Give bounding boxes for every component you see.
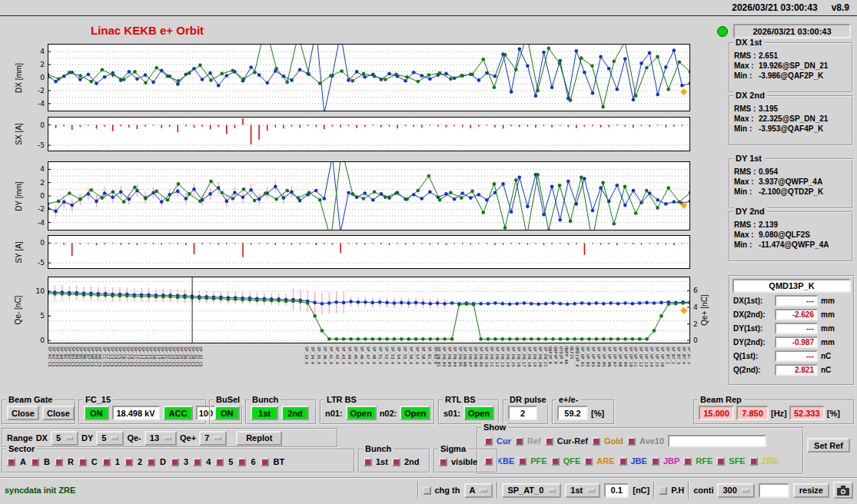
busel-on-button[interactable]: ON <box>214 406 240 420</box>
bunch-2nd-button[interactable]: 2nd <box>281 406 309 420</box>
option-menu-indicator <box>480 489 487 492</box>
chg-th-checkbox[interactable] <box>423 486 431 495</box>
sector-checkbox-1[interactable] <box>102 458 111 466</box>
bpm-label: SP_47_4 <box>366 346 370 364</box>
beam-gate-close-button-2[interactable]: Close <box>42 406 75 420</box>
sector-checkbox-a[interactable] <box>7 458 15 466</box>
sector-checkbox-bt[interactable] <box>261 458 269 466</box>
show-panel: Show Cur Ref Cur-Ref Gold Ave10 KBE PFE … <box>477 427 804 475</box>
bpm-label: SP_56_4 <box>409 346 414 364</box>
show-cur-ref-checkbox[interactable] <box>545 437 553 446</box>
option-menu-indicator <box>65 436 73 440</box>
svg-text:6: 6 <box>693 287 698 294</box>
show-qfe-checkbox[interactable] <box>551 457 560 466</box>
show-sfe-checkbox[interactable] <box>716 457 725 466</box>
bpm-label: SP_DN_10 <box>484 346 489 367</box>
bpm-label: SP_DN_07 <box>468 346 473 367</box>
range-qe-plus-select[interactable]: 7 <box>199 431 227 446</box>
sector-checkbox-d[interactable] <box>147 458 155 466</box>
threshold-field[interactable]: 0.1 <box>604 483 629 498</box>
separator <box>417 482 419 499</box>
bpm-label: SP_DN_20 <box>538 346 543 367</box>
stat-max: Max :3.937@QWFP_4A <box>734 177 852 186</box>
range-qe-minus-label: Qe- <box>127 433 141 443</box>
eplus-ratio-field[interactable]: 59.2 <box>557 406 588 420</box>
show-are-checkbox[interactable] <box>584 457 593 466</box>
bpm-label: QMD13P_K <box>575 346 580 367</box>
sector-checkbox-5[interactable] <box>215 458 224 466</box>
sector-checkbox-4[interactable] <box>193 458 201 466</box>
svg-text:0: 0 <box>693 337 698 344</box>
set-ref-button[interactable]: Set Ref <box>807 438 850 453</box>
fc15-acc-button[interactable]: ACC <box>163 406 194 420</box>
beam-rep-hz-unit: [Hz] <box>771 409 787 418</box>
svg-text:0: 0 <box>40 192 45 200</box>
ph-label: P.H <box>671 486 684 495</box>
show-ave10-checkbox[interactable] <box>627 437 636 446</box>
interval-select[interactable]: 300 <box>717 483 754 498</box>
x-axis-bpm-labels: SP_A1_C5SP_A2_C5SP_A3_C5SP_A4_C5SP_B1_C5… <box>48 346 690 390</box>
show-rfe-checkbox[interactable] <box>683 457 692 466</box>
monitor-value: 2.821 <box>775 364 818 376</box>
sector-checkbox-3[interactable] <box>171 458 179 466</box>
bunch-2nd-checkbox[interactable] <box>392 458 400 466</box>
dr-pulse-field[interactable]: 2 <box>508 406 537 420</box>
show-zre-checkbox[interactable] <box>749 457 758 466</box>
bpm-label: SP_51_4 <box>378 346 383 364</box>
ltr-n02-open-button[interactable]: Open <box>400 406 430 420</box>
resize-button[interactable]: resize <box>793 483 829 498</box>
sector-checkbox-2[interactable] <box>125 458 133 466</box>
ltr-bs-group: LTR BS n01: Open n02: Open <box>320 400 435 425</box>
show-jbp-label: JBP <box>663 456 679 466</box>
sector-checkbox-r[interactable] <box>55 458 63 466</box>
sector-checkbox-b[interactable] <box>31 458 39 466</box>
range-dx-select[interactable]: 5 <box>51 431 78 446</box>
replot-button[interactable]: Replot <box>236 431 282 446</box>
show-kbe-label: KBE <box>497 456 514 466</box>
stat-max: Max :22.325@SP_DN_21 <box>734 114 852 123</box>
ltr-n01-open-button[interactable]: Open <box>346 406 377 420</box>
monitor-name-field[interactable]: QMD13P_K <box>732 279 851 293</box>
bpm-label: SP_52_4 <box>384 346 389 364</box>
show-cur-checkbox[interactable] <box>484 437 493 446</box>
rtl-s01-open-button[interactable]: Open <box>463 406 494 420</box>
beam-gate-close-button-1[interactable]: Close <box>7 406 39 420</box>
show-gold-checkbox[interactable] <box>592 437 600 446</box>
svg-text:5: 5 <box>40 312 45 320</box>
header-datetime: 2026/03/21 03:00:43 <box>732 2 817 13</box>
bpm-label: SP_UP_07 <box>613 346 617 367</box>
bpm-label: SP_UP_08 <box>618 346 623 367</box>
dy-axis-label: DY [mm] <box>12 161 25 230</box>
show-pfe-checkbox[interactable] <box>518 457 526 466</box>
bunch-1st-button[interactable]: 1st <box>251 406 278 420</box>
sp-at-select[interactable]: SP_AT_0 <box>502 483 561 498</box>
show-ref-label: Ref <box>527 436 541 446</box>
bunch-1st-checkbox[interactable] <box>364 458 372 466</box>
ref-name-field[interactable] <box>668 435 766 447</box>
ph-checkbox[interactable] <box>659 486 667 495</box>
range-qe-minus-select[interactable]: 13 <box>144 431 177 446</box>
fc15-on-button[interactable]: ON <box>84 406 109 420</box>
show-jbe-checkbox[interactable] <box>619 457 627 466</box>
option-menu-indicator <box>587 489 595 492</box>
show-jbp-checkbox[interactable] <box>651 457 659 466</box>
show-qfe-label: QFE <box>563 456 581 466</box>
range-dy-select[interactable]: 5 <box>96 431 124 446</box>
svg-text:0: 0 <box>40 337 45 344</box>
sector-bar: Sector A B R C 1 2 D 3 4 5 6 BT <box>2 449 355 473</box>
sector-checkbox-c[interactable] <box>78 458 87 466</box>
sigma-visible-checkbox[interactable] <box>439 458 447 466</box>
monitor-value: --- <box>775 295 818 307</box>
blank-entry-field[interactable] <box>759 483 789 498</box>
fc15-kv-field[interactable]: 18.498 kV <box>112 406 160 420</box>
screenshot-button[interactable] <box>833 482 853 499</box>
bunch-select[interactable]: 1st <box>565 483 600 498</box>
sector-checkbox-6[interactable] <box>238 458 246 466</box>
bpm-label: SP_UP_06 <box>607 346 612 367</box>
bpm-label: SP_UP_09 <box>623 346 628 367</box>
monitor-row: Q(2nd):2.821nC <box>733 364 850 376</box>
mode-a-select[interactable]: A <box>464 483 493 498</box>
svg-text:2: 2 <box>40 179 45 187</box>
show-ref-checkbox[interactable] <box>515 437 523 446</box>
bpm-label: SP_UP_05 <box>602 346 606 367</box>
